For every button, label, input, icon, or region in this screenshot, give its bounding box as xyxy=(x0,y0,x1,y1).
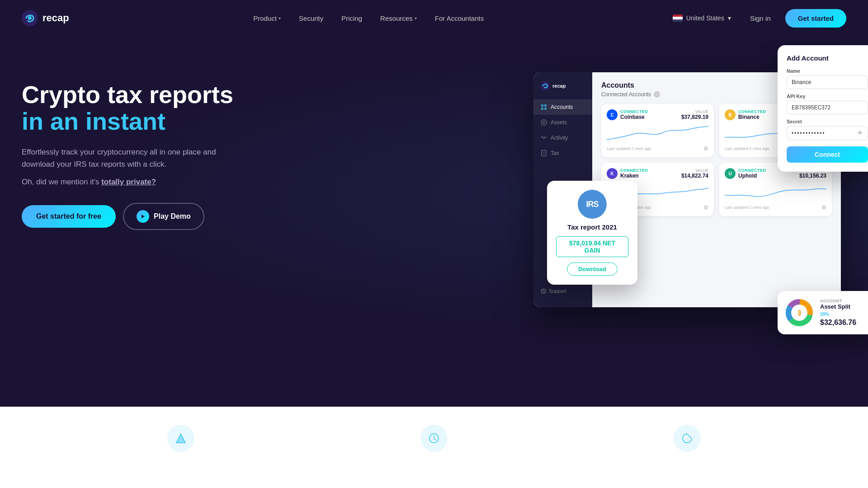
svg-point-2 xyxy=(541,81,550,90)
hero-visual: recap Accounts Assets xyxy=(533,45,868,316)
nav-resources[interactable]: Resources ▾ xyxy=(373,11,424,26)
name-field[interactable] xyxy=(787,75,868,89)
feature-3-icon xyxy=(681,432,693,445)
tax-icon xyxy=(541,150,547,156)
sidebar-logo: recap xyxy=(533,81,592,99)
toggle-secret-icon[interactable]: 👁 xyxy=(857,130,863,136)
irs-card-title: Tax report 2021 xyxy=(556,223,628,231)
feature-item-1 xyxy=(167,425,194,456)
kraken-value-label: VALUE xyxy=(681,168,708,173)
totally-private-link[interactable]: totally private? xyxy=(101,178,156,186)
coinbase-icon: C xyxy=(607,109,618,120)
uphold-connected: CONNECTED xyxy=(738,168,766,173)
nav-security[interactable]: Security xyxy=(292,11,330,26)
signin-button[interactable]: Sign in xyxy=(743,11,778,26)
api-key-field-label: API Key xyxy=(787,94,868,99)
recap-logo-icon xyxy=(22,10,38,26)
product-chevron-icon: ▾ xyxy=(278,16,281,21)
svg-rect-5 xyxy=(541,108,543,110)
irs-card: IRS Tax report 2021 $78,019.84 NET GAIN … xyxy=(547,181,637,285)
uphold-name: Uphold xyxy=(738,173,766,179)
sidebar-item-tax[interactable]: Tax xyxy=(533,145,592,161)
irs-logo-icon: IRS xyxy=(578,190,607,219)
sidebar-support[interactable]: Support xyxy=(533,284,592,298)
feature-1-icon xyxy=(175,432,187,445)
locale-button[interactable]: United States ▾ xyxy=(668,12,736,24)
svg-point-10 xyxy=(543,292,544,293)
add-account-title: Add Account xyxy=(787,54,868,62)
svg-rect-6 xyxy=(544,108,547,110)
hero-section: Crypto tax reports in an instant Effortl… xyxy=(0,36,868,352)
logo[interactable]: recap xyxy=(22,10,69,26)
coinbase-settings-icon[interactable]: ⚙ xyxy=(703,145,708,152)
hero-private-text: Oh, did we mention it's totally private? xyxy=(22,178,275,187)
binance-name: Binance xyxy=(738,114,766,120)
secret-field-label: Secret xyxy=(787,119,868,124)
add-account-card: Add Account Name API Key Secret ••••••••… xyxy=(778,45,868,172)
cta-get-started-button[interactable]: Get started for free xyxy=(22,205,116,228)
uphold-chart xyxy=(725,183,826,201)
kraken-value: $14,822.74 xyxy=(681,173,708,179)
play-icon xyxy=(137,210,149,223)
asset-split-percentage: 28% xyxy=(820,312,868,317)
binance-connected: CONNECTED xyxy=(738,109,766,114)
nav-for-accountants[interactable]: For Accountants xyxy=(428,11,491,26)
activity-icon xyxy=(541,135,547,141)
info-icon: i xyxy=(654,91,660,98)
kraken-icon: K xyxy=(607,168,618,179)
connect-button[interactable]: Connect xyxy=(787,146,868,163)
api-key-field[interactable] xyxy=(787,101,868,114)
asset-split-info: ACCOUNT Asset Split 28% $32,636.76 xyxy=(820,299,868,327)
kraken-connected: CONNECTED xyxy=(620,168,648,173)
get-started-nav-button[interactable]: Get started xyxy=(785,9,846,28)
asset-split-value: $32,636.76 xyxy=(820,319,868,327)
uphold-icon: U xyxy=(725,168,736,179)
sidebar-item-assets[interactable]: Assets xyxy=(533,115,592,130)
svg-text:₿: ₿ xyxy=(798,309,801,316)
support-label: Support xyxy=(549,288,566,294)
name-field-label: Name xyxy=(787,68,868,74)
nav-pricing[interactable]: Pricing xyxy=(334,11,369,26)
coinbase-connected: CONNECTED xyxy=(620,109,648,114)
hero-description: Effortlessly track your cryptocurrency a… xyxy=(22,146,230,170)
cta-play-demo-button[interactable]: Play Demo xyxy=(123,203,204,230)
irs-download-button[interactable]: Download xyxy=(567,263,618,276)
accounts-label: Accounts xyxy=(551,104,573,110)
assets-icon xyxy=(541,119,547,126)
logo-text: recap xyxy=(42,12,69,24)
locale-chevron-icon: ▾ xyxy=(728,14,731,22)
hero-content: Crypto tax reports in an instant Effortl… xyxy=(22,63,275,230)
feature-item-2 xyxy=(420,425,448,456)
feature-2-icon xyxy=(428,432,440,445)
account-card-coinbase: C CONNECTED Coinbase VALUE $37,829.19 xyxy=(601,104,714,157)
resources-chevron-icon: ▾ xyxy=(415,16,417,21)
sidebar-item-activity[interactable]: Activity xyxy=(533,130,592,145)
binance-updated: Last updated 2 mins ago xyxy=(725,146,769,151)
svg-rect-4 xyxy=(544,104,547,107)
nav-product[interactable]: Product ▾ xyxy=(246,11,288,26)
assets-label: Assets xyxy=(551,119,567,126)
secret-field: •••••••••••• xyxy=(792,130,854,136)
binance-icon: B xyxy=(725,109,736,120)
coinbase-chart xyxy=(607,124,708,142)
uphold-updated: Last updated 2 mins ago xyxy=(725,205,769,210)
sidebar-item-accounts[interactable]: Accounts xyxy=(533,99,592,115)
nav-links: Product ▾ Security Pricing Resources ▾ F… xyxy=(246,11,491,26)
flag-icon xyxy=(673,14,683,22)
hero-title: Crypto tax reports in an instant xyxy=(22,81,275,135)
sidebar-logo-icon xyxy=(541,81,550,90)
asset-split-name: Asset Split xyxy=(820,303,868,310)
asset-split-donut-chart: ₿ xyxy=(785,298,814,327)
navbar: recap Product ▾ Security Pricing Resourc… xyxy=(0,0,868,36)
kraken-name: Kraken xyxy=(620,173,648,179)
svg-rect-3 xyxy=(541,104,543,107)
feature-item-3 xyxy=(674,425,701,456)
coinbase-updated: Last updated 2 mins ago xyxy=(607,146,651,151)
bottom-section xyxy=(0,407,868,488)
uphold-settings-icon[interactable]: ⚙ xyxy=(821,204,826,211)
kraken-settings-icon[interactable]: ⚙ xyxy=(703,204,708,211)
support-icon xyxy=(541,288,546,294)
accounts-icon xyxy=(541,104,547,110)
tax-label: Tax xyxy=(551,150,559,156)
hero-ctas: Get started for free Play Demo xyxy=(22,203,275,230)
